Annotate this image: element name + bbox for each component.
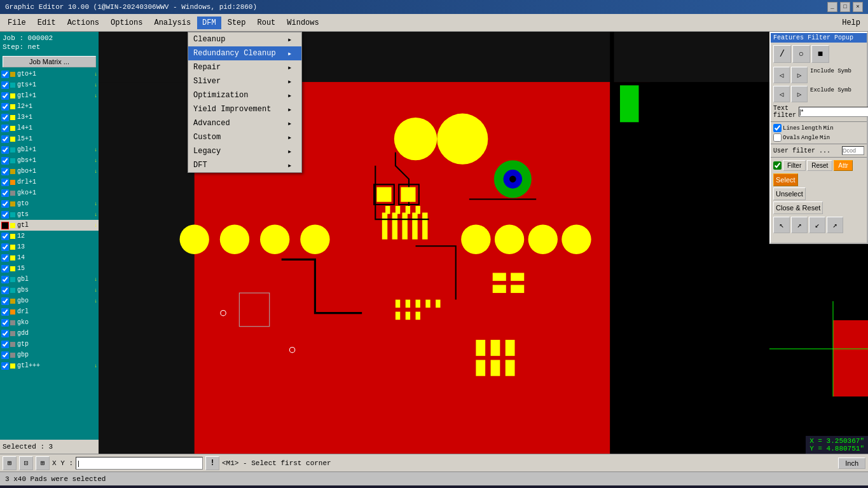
menu-file[interactable]: File xyxy=(3,17,31,29)
layer-item[interactable]: gbl+1 ↓ xyxy=(0,144,99,155)
include-right-icon[interactable]: ▷ xyxy=(791,67,808,83)
layer-visibility-toggle[interactable] xyxy=(1,276,9,283)
bottom-icon-4[interactable]: ↗ xyxy=(827,217,843,233)
layer-item[interactable]: gbl ↓ xyxy=(0,274,99,285)
layer-item[interactable]: l4+1 xyxy=(0,123,99,133)
layer-item[interactable]: l3+1 xyxy=(0,112,99,123)
layer-item[interactable]: 13 xyxy=(0,241,99,252)
filter-oval-icon[interactable]: ○ xyxy=(792,45,810,63)
layer-item[interactable]: drl xyxy=(0,306,99,317)
dfm-optimization[interactable]: Optimization ▶ xyxy=(188,88,301,102)
dfm-yield-improvement[interactable]: Yield Improvement ▶ xyxy=(188,102,301,116)
dfm-repair[interactable]: Repair ▶ xyxy=(188,60,301,74)
layer-item[interactable]: gts+1 ↓ xyxy=(0,79,99,90)
lines-checkbox[interactable] xyxy=(773,124,782,132)
bottom-icon-2[interactable]: ↗ xyxy=(791,217,808,233)
select-button[interactable]: Select xyxy=(773,173,798,186)
bottom-icon-1[interactable]: ↖ xyxy=(773,217,790,233)
layer-item[interactable]: gbo+1 ↓ xyxy=(0,166,99,177)
close-reset-button[interactable]: Close & Reset xyxy=(773,201,823,214)
exclude-left-icon[interactable]: ◁ xyxy=(773,86,790,102)
layer-item[interactable]: drl+1 xyxy=(0,177,99,187)
inch-button[interactable]: Inch xyxy=(838,458,865,469)
layer-visibility-toggle[interactable] xyxy=(1,341,9,348)
bottom-icon-3[interactable]: ↙ xyxy=(809,217,825,233)
menu-rout[interactable]: Rout xyxy=(252,17,281,29)
menu-step[interactable]: Step xyxy=(223,17,251,29)
toolbar-btn-3[interactable]: ⊞ xyxy=(36,456,50,470)
layer-visibility-toggle[interactable] xyxy=(1,254,9,262)
layer-visibility-toggle[interactable] xyxy=(1,179,9,186)
menu-analysis[interactable]: Analysis xyxy=(149,17,196,29)
dcod-input[interactable] xyxy=(842,146,864,155)
layer-visibility-toggle[interactable] xyxy=(1,319,9,327)
layer-visibility-toggle[interactable] xyxy=(1,287,9,294)
unselect-button[interactable]: Unselect xyxy=(773,187,806,200)
layer-visibility-toggle[interactable] xyxy=(1,362,9,370)
toolbar-btn-1[interactable]: ⊞ xyxy=(3,456,17,470)
layer-item[interactable]: gko xyxy=(0,317,99,328)
layer-item-gtl[interactable]: ✕ gtl ↓ xyxy=(0,220,99,231)
dfm-dft[interactable]: DFT ▶ xyxy=(188,158,301,172)
menu-edit[interactable]: Edit xyxy=(32,17,61,29)
minimize-button[interactable]: _ xyxy=(827,2,837,12)
layer-visibility-toggle[interactable] xyxy=(1,265,9,273)
dfm-legacy[interactable]: Legacy ▶ xyxy=(188,144,301,158)
filter-line-icon[interactable]: / xyxy=(773,45,791,63)
toolbar-btn-2[interactable]: ⊡ xyxy=(19,456,33,470)
layer-item[interactable]: gbs+1 ↓ xyxy=(0,155,99,166)
layer-visibility-toggle[interactable] xyxy=(1,297,9,305)
exclaim-button[interactable]: ! xyxy=(205,456,219,470)
layer-item[interactable]: gdd xyxy=(0,328,99,339)
layer-item[interactable]: gtl+1 ↓ xyxy=(0,90,99,101)
layer-visibility-toggle[interactable] xyxy=(1,81,9,89)
job-matrix-button[interactable]: Job Matrix ... xyxy=(3,56,96,67)
layer-visibility-toggle[interactable] xyxy=(1,71,9,78)
xy-input[interactable] xyxy=(76,457,203,470)
filter-rect-icon[interactable]: ■ xyxy=(811,45,829,63)
ovals-checkbox[interactable] xyxy=(773,133,782,142)
reset-button[interactable]: Reset xyxy=(807,160,832,171)
layer-visibility-toggle[interactable] xyxy=(1,92,9,100)
layer-item[interactable]: l5+1 xyxy=(0,133,99,144)
menu-dfm[interactable]: DFM xyxy=(197,17,221,29)
text-filter-input[interactable] xyxy=(799,107,868,117)
layer-item[interactable]: gto ↓ xyxy=(0,198,99,209)
dfm-custom[interactable]: Custom ▶ xyxy=(188,130,301,144)
layer-visibility-toggle[interactable] xyxy=(1,114,9,121)
menu-actions[interactable]: Actions xyxy=(62,17,104,29)
layer-item[interactable]: 12 xyxy=(0,231,99,241)
dfm-redundancy-cleanup[interactable]: Redundancy Cleanup ▶ xyxy=(188,46,301,60)
layer-visibility-toggle[interactable] xyxy=(1,146,9,154)
layer-item[interactable]: gbp xyxy=(0,349,99,360)
attr-button[interactable]: Attr xyxy=(834,160,853,171)
layer-visibility-toggle[interactable] xyxy=(1,189,9,197)
layer-visibility-toggle[interactable] xyxy=(1,351,9,359)
close-button[interactable]: × xyxy=(853,2,863,12)
layer-item[interactable]: l2+1 xyxy=(0,101,99,112)
layer-visibility-toggle[interactable] xyxy=(1,211,9,219)
layer-item[interactable]: 15 xyxy=(0,263,99,274)
layer-item[interactable]: 14 xyxy=(0,252,99,263)
layer-item[interactable]: gts ↓ xyxy=(0,209,99,220)
layer-item[interactable]: gko+1 xyxy=(0,187,99,198)
layer-visibility-toggle[interactable] xyxy=(1,330,9,337)
layer-visibility-toggle[interactable] xyxy=(1,168,9,175)
maximize-button[interactable]: □ xyxy=(840,2,850,12)
layer-item[interactable]: gto+1 ↓ xyxy=(0,69,99,79)
layer-visibility-toggle[interactable] xyxy=(1,308,9,316)
layer-visibility-toggle[interactable] xyxy=(1,103,9,111)
include-left-icon[interactable]: ◁ xyxy=(773,67,790,83)
exclude-right-icon[interactable]: ▷ xyxy=(791,86,808,102)
filter-active-checkbox[interactable] xyxy=(773,161,782,170)
layer-visibility-toggle[interactable] xyxy=(1,157,9,165)
layer-visibility-toggle[interactable] xyxy=(1,125,9,132)
layer-visibility-toggle[interactable] xyxy=(1,233,9,240)
filter-button[interactable]: Filter xyxy=(783,160,806,171)
layer-visibility-toggle[interactable] xyxy=(1,135,9,143)
menu-windows[interactable]: Windows xyxy=(282,17,324,29)
layer-visibility-toggle[interactable] xyxy=(1,243,9,251)
layer-item[interactable]: gbo ↓ xyxy=(0,295,99,306)
layer-item[interactable]: gtl+++ ↓ xyxy=(0,360,99,371)
layer-visibility-toggle[interactable] xyxy=(1,200,9,208)
